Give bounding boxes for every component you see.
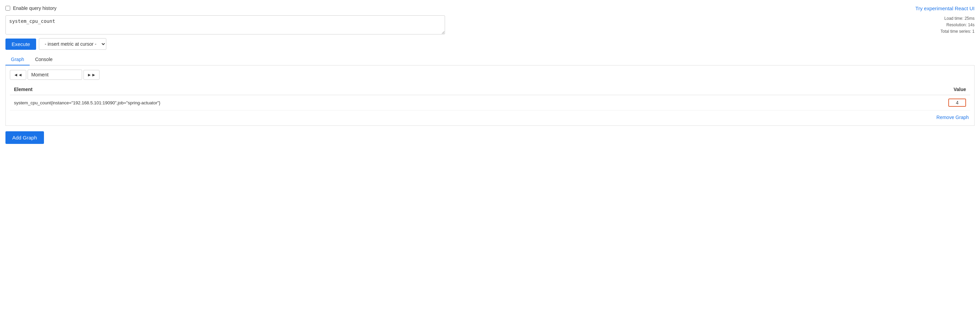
execute-button[interactable]: Execute	[5, 38, 36, 50]
tabs-row: Graph Console	[5, 54, 975, 65]
value-badge: 4	[948, 99, 966, 107]
remove-graph-button[interactable]: Remove Graph	[936, 113, 969, 121]
results-table: Element Value system_cpu_count{instance=…	[10, 84, 970, 110]
enable-query-history-text: Enable query history	[13, 5, 57, 11]
value-cell: 4	[833, 95, 970, 110]
top-bar: Enable query history Try experimental Re…	[5, 5, 975, 11]
query-input[interactable]: system_cpu_count	[5, 15, 445, 34]
total-time-series: Total time series: 1	[940, 28, 975, 35]
col-element: Element	[10, 84, 833, 95]
table-row: system_cpu_count{instance="192.168.5.101…	[10, 95, 970, 110]
load-time: Load time: 25ms	[940, 15, 975, 22]
try-react-link[interactable]: Try experimental React UI	[915, 5, 975, 11]
time-controls: ◄◄ ►►	[10, 70, 970, 80]
add-graph-button[interactable]: Add Graph	[5, 131, 44, 144]
query-row: system_cpu_count Load time: 25ms Resolut…	[5, 15, 975, 38]
tab-graph[interactable]: Graph	[5, 54, 30, 65]
table-body: system_cpu_count{instance="192.168.5.101…	[10, 95, 970, 110]
query-textarea-wrapper: system_cpu_count	[5, 15, 940, 35]
table-header: Element Value	[10, 84, 970, 95]
enable-query-history-checkbox[interactable]	[5, 6, 10, 11]
element-cell: system_cpu_count{instance="192.168.5.101…	[10, 95, 833, 110]
time-forward-button[interactable]: ►►	[83, 70, 100, 80]
resolution: Resolution: 14s	[940, 22, 975, 28]
add-graph-section: Add Graph	[5, 131, 975, 144]
insert-metric-select[interactable]: - insert metric at cursor -	[39, 38, 106, 50]
time-moment-input[interactable]	[28, 70, 82, 80]
controls-row: Execute - insert metric at cursor -	[5, 38, 975, 50]
time-back-button[interactable]: ◄◄	[10, 70, 26, 80]
bottom-actions: Remove Graph	[10, 113, 970, 121]
tab-console[interactable]: Console	[30, 54, 58, 65]
stats-section: Load time: 25ms Resolution: 14s Total ti…	[940, 15, 975, 35]
enable-query-history-label[interactable]: Enable query history	[5, 5, 57, 11]
graph-panel: ◄◄ ►► Element Value system_cpu_count{ins…	[5, 65, 975, 126]
col-value: Value	[833, 84, 970, 95]
